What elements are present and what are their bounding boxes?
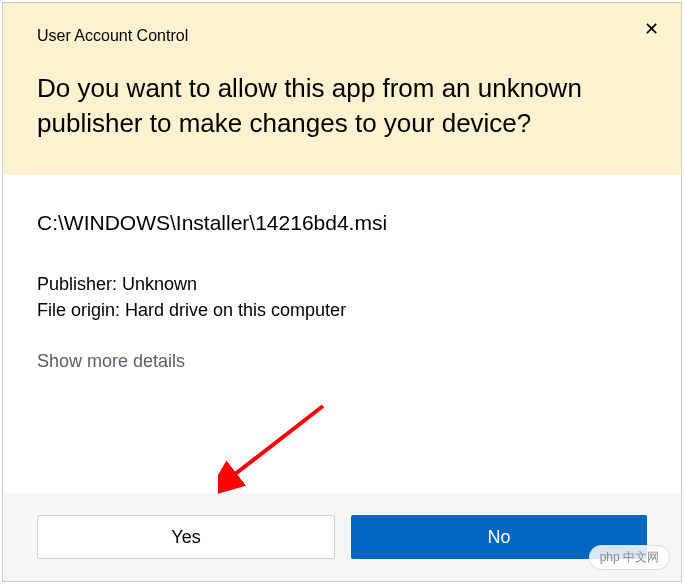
dialog-header: ✕ User Account Control Do you want to al… (3, 3, 681, 175)
uac-dialog: ✕ User Account Control Do you want to al… (2, 2, 682, 582)
dialog-body: C:\WINDOWS\Installer\14216bd4.msi Publis… (3, 175, 681, 493)
show-more-details-link[interactable]: Show more details (37, 351, 185, 372)
yes-button[interactable]: Yes (37, 515, 335, 559)
origin-line: File origin: Hard drive on this computer (37, 297, 647, 323)
details-block: Publisher: Unknown File origin: Hard dri… (37, 271, 647, 323)
dialog-footer: Yes No (3, 493, 681, 581)
file-path: C:\WINDOWS\Installer\14216bd4.msi (37, 211, 647, 235)
watermark-text: php 中文网 (600, 549, 659, 566)
dialog-question: Do you want to allow this app from an un… (37, 71, 647, 141)
watermark: php 中文网 (589, 545, 670, 570)
dialog-title: User Account Control (37, 27, 647, 45)
close-button[interactable]: ✕ (639, 17, 663, 41)
close-icon: ✕ (644, 18, 659, 40)
publisher-line: Publisher: Unknown (37, 271, 647, 297)
